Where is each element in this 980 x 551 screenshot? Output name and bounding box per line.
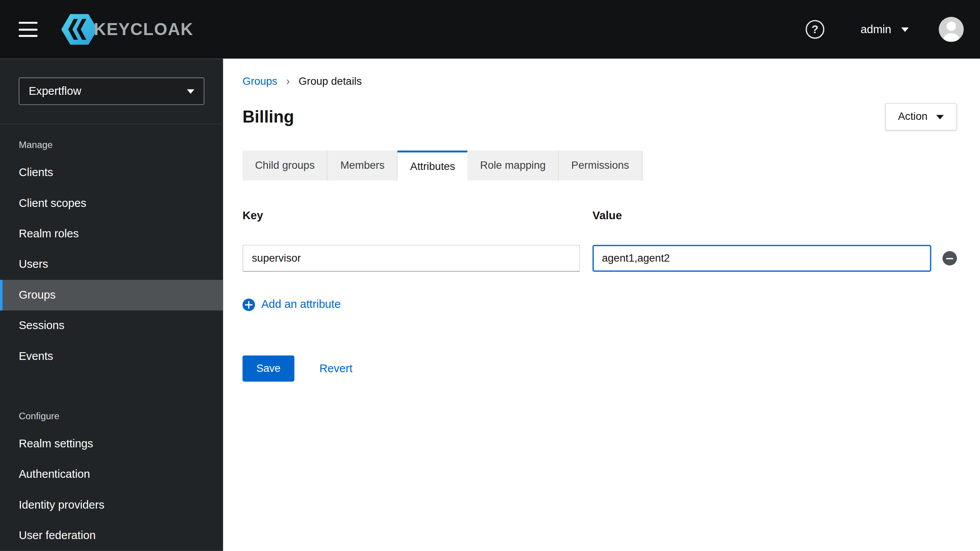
remove-attribute-button[interactable]	[943, 251, 957, 265]
chevron-down-icon	[187, 89, 194, 93]
realm-selector[interactable]: Expertflow	[19, 77, 204, 105]
username-label: admin	[860, 23, 891, 36]
tab-members[interactable]: Members	[328, 151, 397, 181]
attribute-value-input[interactable]	[593, 245, 931, 272]
breadcrumb: Groups › Group details	[242, 75, 957, 88]
brand: KEYCLOAK	[61, 13, 194, 45]
action-dropdown-button[interactable]: Action	[885, 103, 957, 130]
chevron-down-icon	[901, 27, 909, 32]
sidebar-item-sessions[interactable]: Sessions	[0, 311, 223, 341]
save-button[interactable]: Save	[242, 355, 295, 381]
sidebar-item-events[interactable]: Events	[0, 341, 223, 371]
hamburger-menu-icon[interactable]	[17, 20, 39, 38]
realm-selector-label: Expertflow	[29, 85, 81, 98]
page-title: Billing	[242, 107, 294, 126]
nav-section-label: Configure	[0, 395, 223, 428]
sidebar-item-users[interactable]: Users	[0, 249, 223, 280]
avatar[interactable]	[939, 17, 964, 42]
nav-section-label: Manage	[0, 124, 223, 158]
main-content: Groups › Group details Billing Action Ch…	[223, 59, 980, 551]
sidebar-item-clients[interactable]: Clients	[0, 158, 223, 188]
value-column-header: Value	[593, 209, 622, 222]
sidebar-item-groups[interactable]: Groups	[0, 280, 223, 310]
breadcrumb-current: Group details	[299, 75, 362, 87]
tab-permissions[interactable]: Permissions	[559, 151, 642, 181]
form-actions: Save Revert	[242, 355, 957, 381]
revert-link[interactable]: Revert	[319, 362, 352, 375]
minus-icon	[946, 258, 953, 259]
keycloak-admin-console: KEYCLOAK ? admin Expertflow Manage Clien…	[0, 0, 980, 551]
attribute-row	[242, 245, 957, 272]
breadcrumb-separator-icon: ›	[286, 75, 290, 88]
sidebar-item-client-scopes[interactable]: Client scopes	[0, 188, 223, 218]
masthead: KEYCLOAK ? admin	[0, 0, 980, 59]
plus-circle-icon	[242, 298, 255, 311]
tab-child-groups[interactable]: Child groups	[242, 151, 328, 181]
sidebar-item-identity-providers[interactable]: Identity providers	[0, 490, 223, 520]
attribute-table-headers: Key Value	[242, 209, 957, 222]
sidebar-item-authentication[interactable]: Authentication	[0, 459, 223, 490]
breadcrumb-groups-link[interactable]: Groups	[242, 75, 277, 87]
add-attribute-label: Add an attribute	[261, 298, 341, 311]
action-dropdown-label: Action	[898, 111, 928, 123]
add-attribute-link[interactable]: Add an attribute	[242, 298, 957, 311]
tabs: Child groups Members Attributes Role map…	[242, 151, 957, 181]
tab-role-mapping[interactable]: Role mapping	[468, 151, 559, 181]
chevron-down-icon	[936, 114, 944, 119]
person-icon	[939, 17, 964, 42]
sidebar: Expertflow Manage Clients Client scopes …	[0, 59, 223, 551]
tab-attributes[interactable]: Attributes	[398, 151, 468, 181]
sidebar-item-realm-settings[interactable]: Realm settings	[0, 428, 223, 459]
sidebar-item-user-federation[interactable]: User federation	[0, 520, 223, 551]
brand-wordmark: KEYCLOAK	[94, 20, 194, 39]
keycloak-logo-icon	[61, 13, 98, 45]
sidebar-item-realm-roles[interactable]: Realm roles	[0, 218, 223, 249]
user-menu[interactable]: admin	[860, 23, 909, 36]
help-icon[interactable]: ?	[806, 20, 825, 39]
nav-section-configure: Configure Realm settings Authentication …	[0, 395, 223, 551]
nav-section-manage: Manage Clients Client scopes Realm roles…	[0, 124, 223, 372]
attribute-key-input[interactable]	[242, 245, 580, 272]
key-column-header: Key	[242, 209, 593, 222]
